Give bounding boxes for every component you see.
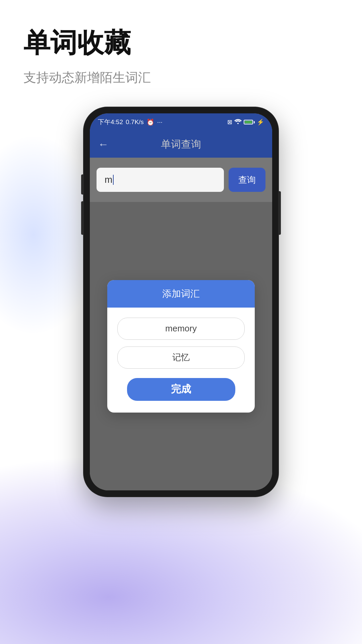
- screen-content: 下午4:52 0.7K/s ⏰ ··· ⊠: [90, 113, 272, 490]
- content-area: 单词收藏 支持动态新增陌生词汇: [0, 0, 362, 86]
- close-icon: ⊠: [227, 118, 232, 126]
- battery-icon: [244, 120, 255, 124]
- search-input-value: m: [105, 174, 112, 185]
- wifi-icon: [234, 119, 242, 126]
- text-cursor: [113, 175, 114, 185]
- status-bar: 下午4:52 0.7K/s ⏰ ··· ⊠: [90, 113, 272, 131]
- charging-icon: ⚡: [257, 118, 264, 126]
- phone-screen: 下午4:52 0.7K/s ⏰ ··· ⊠: [90, 113, 272, 490]
- status-time: 下午4:52: [98, 118, 123, 126]
- dialog-body: memory 记忆 完成: [107, 308, 255, 413]
- confirm-button[interactable]: 完成: [127, 378, 235, 401]
- page-title: 单词收藏: [23, 27, 339, 59]
- more-icon: ···: [157, 118, 163, 126]
- status-speed: 0.7K/s: [126, 118, 144, 126]
- search-button[interactable]: 查询: [229, 168, 265, 192]
- status-right: ⊠: [227, 118, 264, 126]
- main-content: 添加词汇 memory 记忆 完成: [90, 202, 272, 490]
- phone-button-right: [278, 191, 281, 235]
- phone-frame: 下午4:52 0.7K/s ⏰ ··· ⊠: [84, 107, 278, 496]
- app-header: ← 单词查询: [90, 131, 272, 158]
- search-area: m 查询: [90, 158, 272, 202]
- page-subtitle: 支持动态新增陌生词汇: [23, 69, 339, 86]
- phone-mockup: 下午4:52 0.7K/s ⏰ ··· ⊠: [84, 107, 278, 496]
- status-left: 下午4:52 0.7K/s ⏰ ···: [98, 118, 163, 126]
- back-button[interactable]: ←: [98, 138, 109, 151]
- alarm-icon: ⏰: [146, 118, 155, 126]
- word-input-field[interactable]: memory: [117, 318, 245, 340]
- search-input[interactable]: m: [97, 168, 224, 192]
- dialog-box: 添加词汇 memory 记忆 完成: [107, 280, 255, 413]
- phone-button-left1: [81, 174, 84, 195]
- header-title: 单词查询: [161, 138, 201, 151]
- phone-button-left2: [81, 201, 84, 235]
- dialog-overlay: 添加词汇 memory 记忆 完成: [90, 202, 272, 490]
- dialog-title: 添加词汇: [107, 280, 255, 308]
- svg-point-0: [237, 123, 239, 124]
- translation-input-field[interactable]: 记忆: [117, 346, 245, 369]
